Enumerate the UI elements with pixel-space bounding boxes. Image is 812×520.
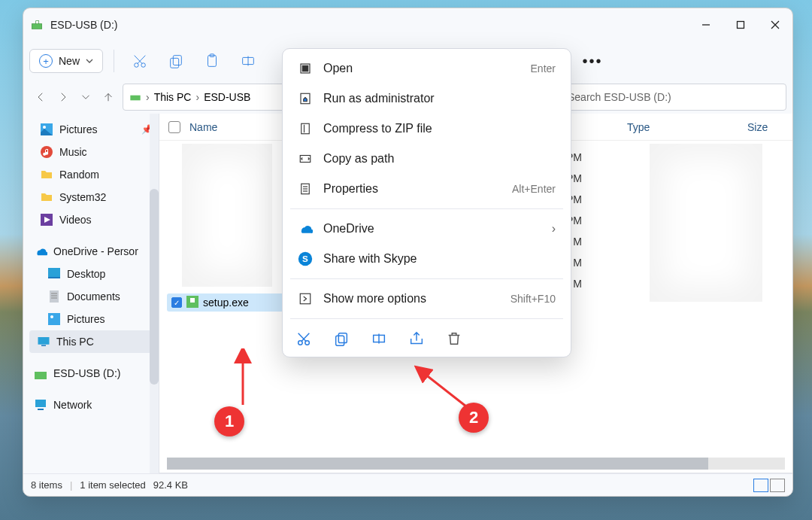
menu-share-skype[interactable]: S Share with Skype: [287, 244, 566, 274]
chevron-down-icon: [86, 57, 93, 65]
see-more-button[interactable]: •••: [577, 46, 607, 76]
sidebar-item-label: Documents: [67, 290, 120, 303]
scrollthumb[interactable]: [167, 458, 708, 470]
close-button[interactable]: [758, 8, 792, 41]
divider: [114, 50, 114, 72]
context-action-bar: [287, 324, 566, 352]
svg-point-16: [43, 126, 46, 129]
maximize-button[interactable]: [723, 8, 758, 41]
svg-rect-19: [48, 268, 60, 277]
up-button[interactable]: [100, 89, 117, 105]
folder-icon: [40, 190, 53, 204]
menu-onedrive[interactable]: OneDrive ›: [287, 214, 566, 244]
status-bar: 8 items | 1 item selected 92.4 KB: [23, 473, 792, 496]
share-icon[interactable]: [408, 330, 426, 348]
svg-rect-1: [36, 21, 39, 24]
column-type[interactable]: Type: [627, 121, 747, 133]
sidebar-item-pictures-od[interactable]: Pictures: [26, 308, 159, 330]
history-dropdown[interactable]: [77, 89, 94, 105]
crumb-drive[interactable]: ESD-USB: [204, 91, 250, 103]
plus-icon: +: [39, 54, 53, 68]
sidebar-item-drive[interactable]: ESD-USB (D:): [26, 362, 159, 385]
back-button[interactable]: [32, 89, 49, 105]
pictures-icon: [47, 312, 61, 326]
forward-button[interactable]: [55, 89, 71, 105]
menu-hint: Enter: [531, 62, 556, 75]
horizontal-scrollbar[interactable]: [167, 458, 785, 470]
paste-button[interactable]: [197, 46, 227, 76]
sidebar-item-music[interactable]: Music: [26, 141, 159, 163]
copy-button[interactable]: [161, 46, 191, 76]
file-row-selected[interactable]: ✓ setup.exe: [167, 293, 287, 312]
zip-icon: [298, 121, 313, 136]
sidebar-scrollthumb[interactable]: [150, 189, 159, 385]
svg-rect-46: [300, 293, 311, 304]
sidebar-item-label: Desktop: [67, 268, 105, 280]
chevron-right-icon: ›: [195, 91, 199, 103]
drive-icon: [129, 90, 141, 105]
sidebar-item-label: Pictures: [67, 313, 105, 325]
exe-icon: [186, 296, 198, 310]
svg-rect-30: [35, 400, 46, 407]
menu-properties[interactable]: Properties Alt+Enter: [287, 174, 566, 204]
svg-rect-21: [50, 290, 59, 303]
menu-copy-as-path[interactable]: Copy as path: [287, 144, 566, 174]
more-icon: [298, 291, 313, 306]
menu-compress-zip[interactable]: Compress to ZIP file: [287, 114, 566, 144]
sidebar-item-desktop[interactable]: Desktop: [26, 263, 159, 285]
svg-rect-25: [48, 313, 60, 325]
details-view-button[interactable]: [753, 479, 768, 492]
sidebar-item-label: System32: [59, 191, 106, 203]
callout-badge-2: 2: [459, 403, 489, 433]
column-size[interactable]: Size: [747, 121, 792, 133]
svg-rect-0: [32, 24, 41, 29]
copy-icon[interactable]: [332, 330, 350, 348]
svg-rect-27: [38, 337, 50, 345]
cut-icon[interactable]: [295, 330, 313, 348]
svg-rect-31: [38, 409, 44, 410]
desktop-icon: [47, 267, 61, 281]
menu-separator: [290, 318, 563, 319]
svg-rect-8: [173, 56, 181, 65]
minimize-button[interactable]: [689, 8, 723, 41]
new-button[interactable]: + New: [29, 49, 103, 73]
new-label: New: [59, 55, 80, 67]
thumbnails-view-button[interactable]: [770, 479, 785, 492]
titlebar: ESD-USB (D:): [23, 8, 792, 41]
sidebar-item-onedrive[interactable]: OneDrive - Persor: [26, 240, 159, 263]
callout-badge-1: 1: [214, 406, 244, 436]
skype-icon: S: [298, 251, 313, 266]
menu-hint: Alt+Enter: [512, 183, 556, 195]
blurred-content: [182, 144, 272, 287]
cut-button[interactable]: [125, 46, 155, 76]
menu-open[interactable]: Open Enter: [287, 53, 566, 84]
menu-hint: Shift+F10: [511, 293, 556, 305]
select-all-checkbox[interactable]: [168, 121, 180, 133]
sidebar-item-random[interactable]: Random: [26, 163, 159, 186]
menu-run-as-admin[interactable]: Run as administrator: [287, 84, 566, 114]
delete-icon[interactable]: [445, 330, 463, 348]
svg-text:S: S: [302, 254, 308, 263]
folder-icon: [40, 168, 53, 181]
menu-label: Properties: [323, 182, 501, 196]
sidebar-item-network[interactable]: Network: [26, 394, 159, 416]
rename-icon[interactable]: [370, 330, 388, 348]
path-icon: [298, 151, 313, 166]
rename-button[interactable]: [233, 46, 263, 76]
drive-icon: [34, 366, 47, 380]
sidebar-item-documents[interactable]: Documents: [26, 285, 159, 308]
sidebar-item-system32[interactable]: System32: [26, 186, 159, 208]
chevron-right-icon: ›: [146, 91, 150, 103]
menu-show-more[interactable]: Show more options Shift+F10: [287, 284, 566, 314]
sidebar-item-this-pc[interactable]: This PC: [29, 330, 156, 353]
search-input[interactable]: Search ESD-USB (D:): [561, 84, 786, 111]
menu-label: Copy as path: [323, 152, 556, 166]
sidebar-item-videos[interactable]: Videos: [26, 208, 159, 231]
videos-icon: [40, 213, 53, 227]
ellipsis-icon: •••: [583, 53, 603, 70]
row-checkbox[interactable]: ✓: [171, 297, 182, 308]
crumb-this-pc[interactable]: This PC: [154, 91, 192, 103]
menu-separator: [290, 208, 563, 209]
sidebar-item-pictures[interactable]: Pictures 📌: [26, 118, 159, 141]
properties-icon: [298, 181, 313, 196]
